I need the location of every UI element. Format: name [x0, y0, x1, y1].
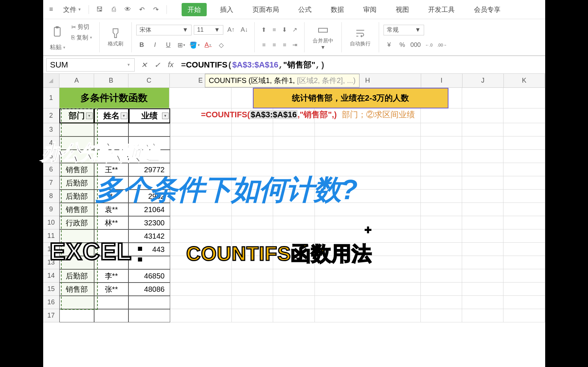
cell-name[interactable]: 林**: [94, 216, 129, 229]
title-cell[interactable]: 多条件计数函数: [59, 88, 169, 108]
cell[interactable]: [421, 108, 462, 123]
select-all-corner[interactable]: [43, 74, 60, 87]
cell-dept[interactable]: 销售部: [59, 203, 94, 216]
cell[interactable]: [462, 216, 503, 229]
cell[interactable]: [462, 203, 503, 216]
col-header-A[interactable]: A: [59, 74, 94, 87]
comma-button[interactable]: 000: [410, 40, 421, 50]
cell[interactable]: [232, 243, 273, 256]
align-middle-button[interactable]: ≡: [269, 25, 279, 34]
cell[interactable]: [169, 88, 231, 108]
cell-name[interactable]: *: [94, 190, 129, 203]
cell[interactable]: [232, 309, 273, 322]
cell-name[interactable]: 李**: [94, 269, 129, 283]
italic-button[interactable]: I: [149, 40, 161, 50]
cell[interactable]: [273, 163, 314, 176]
cell[interactable]: [170, 269, 232, 283]
cell[interactable]: [315, 283, 421, 296]
tab-home[interactable]: 开始: [182, 3, 207, 16]
row-header-17[interactable]: 17: [43, 309, 60, 322]
cell[interactable]: [462, 176, 503, 190]
cell[interactable]: [170, 256, 232, 269]
cell-dept[interactable]: 行政部: [59, 216, 94, 229]
cell[interactable]: [273, 256, 314, 269]
cell[interactable]: [170, 190, 232, 203]
font-color-button[interactable]: A▼: [203, 40, 214, 50]
cell[interactable]: [503, 309, 545, 322]
paste-label[interactable]: 粘贴▼: [48, 43, 95, 52]
cell[interactable]: [503, 269, 545, 283]
cell[interactable]: [273, 283, 314, 296]
header-dept[interactable]: 部门▼: [59, 108, 94, 123]
cell[interactable]: [232, 229, 273, 243]
col-header-K[interactable]: K: [504, 74, 545, 87]
cell-value[interactable]: 29772: [128, 163, 170, 176]
cell-value[interactable]: [128, 176, 170, 190]
tab-formula[interactable]: 公式: [292, 3, 317, 16]
print-icon[interactable]: ⎙: [108, 4, 119, 15]
cell[interactable]: [421, 229, 462, 243]
cell[interactable]: [503, 88, 545, 108]
decrease-font-button[interactable]: A↓: [239, 25, 250, 35]
increase-decimal-button[interactable]: .00→: [437, 40, 448, 50]
cell[interactable]: [462, 309, 503, 322]
row-header-15[interactable]: 15: [43, 283, 60, 296]
cell[interactable]: [503, 163, 545, 176]
cell[interactable]: [170, 203, 232, 216]
undo-icon[interactable]: ↶: [136, 4, 147, 15]
cell[interactable]: [462, 283, 503, 296]
currency-button[interactable]: ¥: [384, 40, 395, 50]
tab-review[interactable]: 审阅: [357, 3, 382, 16]
cell[interactable]: [421, 296, 462, 309]
cell[interactable]: [273, 309, 314, 322]
cell[interactable]: [273, 229, 314, 243]
cell[interactable]: [170, 229, 232, 243]
cell[interactable]: [315, 269, 421, 283]
cell-value[interactable]: [128, 296, 170, 309]
cell-name[interactable]: [94, 229, 129, 243]
cell[interactable]: [421, 256, 462, 269]
cell[interactable]: [421, 269, 462, 283]
cell[interactable]: [273, 190, 314, 203]
row-header-9[interactable]: 9: [43, 203, 60, 216]
cell[interactable]: [170, 216, 232, 229]
row-header-12[interactable]: 12: [43, 243, 60, 256]
file-menu[interactable]: 文件▼: [59, 4, 85, 15]
cell-value[interactable]: 48086: [128, 283, 170, 296]
cell-value[interactable]: 46850: [128, 269, 170, 283]
cell[interactable]: [273, 296, 314, 309]
cell[interactable]: [462, 163, 503, 176]
cell[interactable]: [232, 203, 273, 216]
filter-icon[interactable]: ▼: [162, 112, 169, 119]
align-right-button[interactable]: ≡: [280, 41, 289, 49]
cell-name[interactable]: [94, 256, 129, 269]
cell[interactable]: [462, 108, 503, 123]
tab-insert[interactable]: 插入: [214, 3, 239, 16]
spreadsheet-grid[interactable]: A B C E F G H I J K COUNTIFS (区域1, 条件1, …: [43, 74, 545, 322]
row-header-6[interactable]: 6: [43, 163, 60, 176]
cell[interactable]: [503, 176, 545, 190]
row-header-7[interactable]: 7: [43, 176, 60, 190]
border-button[interactable]: ⊞▼: [176, 40, 187, 50]
row-header-2[interactable]: 2: [43, 108, 60, 123]
col-header-J[interactable]: J: [463, 74, 504, 87]
cell[interactable]: [462, 256, 503, 269]
cell[interactable]: [315, 296, 421, 309]
wrap-text-button[interactable]: 自动换行: [346, 26, 374, 49]
cell[interactable]: [170, 296, 232, 309]
row-header-5[interactable]: 5: [43, 150, 60, 163]
cell[interactable]: [94, 136, 129, 150]
cell[interactable]: [59, 150, 94, 163]
cut-button[interactable]: ✂ 剪切: [69, 22, 95, 32]
cell-value[interactable]: 32300: [128, 216, 170, 229]
cell-dept[interactable]: 销售部: [59, 163, 94, 176]
cell-name[interactable]: [94, 243, 129, 256]
cell[interactable]: [503, 243, 545, 256]
cell-dept[interactable]: 销售部: [59, 283, 94, 296]
row-header-14[interactable]: 14: [43, 269, 60, 283]
cell[interactable]: [315, 176, 421, 190]
indent-button[interactable]: ⇥: [290, 41, 300, 49]
cell[interactable]: [503, 108, 545, 123]
cell[interactable]: [462, 296, 503, 309]
cell[interactable]: [232, 163, 273, 176]
